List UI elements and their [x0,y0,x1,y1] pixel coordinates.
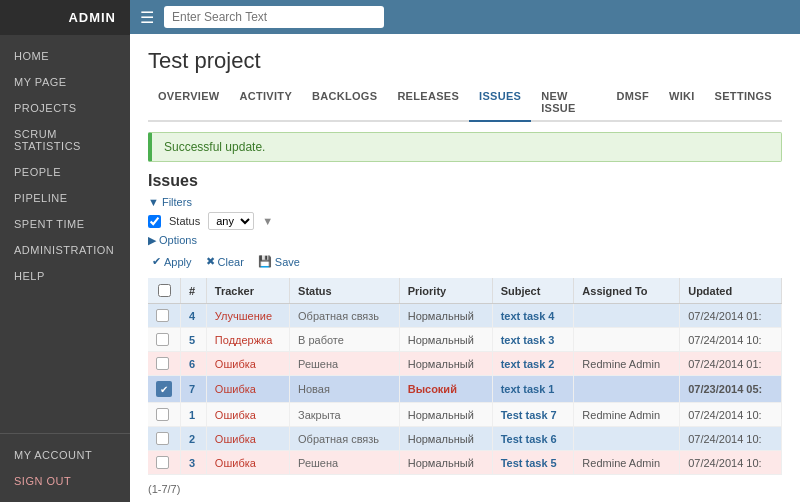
row-subject[interactable]: Test task 5 [492,451,574,475]
table-row: 1ОшибкаЗакрытаНормальныйTest task 7Redmi… [148,403,782,427]
clear-icon: ✖ [206,255,215,268]
tab-activity[interactable]: ACTIVITY [230,84,303,122]
row-status: Обратная связь [290,427,400,451]
page-title: Test project [148,48,782,74]
row-checkbox-checked[interactable]: ✔ [156,381,172,397]
table-row: 6ОшибкаРешенаНормальныйtext task 2Redmin… [148,352,782,376]
row-checkbox-unchecked[interactable] [156,432,169,445]
success-message: Successful update. [148,132,782,162]
row-tracker[interactable]: Ошибка [206,403,289,427]
issues-section-title: Issues [148,172,782,190]
col-tracker[interactable]: Tracker [206,278,289,304]
status-filter-checkbox[interactable] [148,215,161,228]
row-checkbox-cell: ✔ [148,376,181,403]
clear-button[interactable]: ✖ Clear [202,253,248,270]
row-status: Новая [290,376,400,403]
row-checkbox-unchecked[interactable] [156,333,169,346]
col-assigned[interactable]: Assigned To [574,278,680,304]
row-subject[interactable]: Test task 6 [492,427,574,451]
save-icon: 💾 [258,255,272,268]
sidebar-item-projects[interactable]: PROJECTS [0,95,130,121]
row-priority: Нормальный [399,403,492,427]
tab-issues[interactable]: ISSUES [469,84,531,122]
col-subject[interactable]: Subject [492,278,574,304]
row-checkbox-unchecked[interactable] [156,309,169,322]
row-assigned [574,328,680,352]
sidebar-item-myaccount[interactable]: MY ACCOUNT [0,442,130,468]
tabs-bar: OVERVIEW ACTIVITY BACKLOGS RELEASES ISSU… [148,84,782,122]
sidebar-item-mypage[interactable]: MY PAGE [0,69,130,95]
row-checkbox-unchecked[interactable] [156,408,169,421]
row-id[interactable]: 3 [181,451,207,475]
sidebar-item-pipeline[interactable]: PIPELINE [0,185,130,211]
row-tracker[interactable]: Ошибка [206,376,289,403]
row-id[interactable]: 5 [181,328,207,352]
row-id[interactable]: 1 [181,403,207,427]
table-row: 3ОшибкаРешенаНормальныйTest task 5Redmin… [148,451,782,475]
sidebar-item-help[interactable]: HELP [0,263,130,289]
options-toggle[interactable]: ▶ Options [148,234,782,247]
row-checkbox-cell [148,352,181,376]
tab-wiki[interactable]: WIKI [659,84,705,122]
row-status: Обратная связь [290,304,400,328]
row-updated: 07/24/2014 10: [680,328,782,352]
row-tracker[interactable]: Ошибка [206,427,289,451]
sidebar-item-scrum[interactable]: SCRUM STATISTICS [0,121,130,159]
row-subject[interactable]: Test task 7 [492,403,574,427]
select-all-checkbox[interactable] [158,284,171,297]
row-tracker[interactable]: Поддержка [206,328,289,352]
tab-releases[interactable]: RELEASES [387,84,469,122]
row-updated: 07/24/2014 10: [680,403,782,427]
col-id[interactable]: # [181,278,207,304]
menu-icon[interactable]: ☰ [140,8,154,27]
table-row: 2ОшибкаОбратная связьНормальныйTest task… [148,427,782,451]
sidebar-item-signout[interactable]: SIGN OUT [0,468,130,494]
apply-icon: ✔ [152,255,161,268]
tab-settings[interactable]: SETTINGS [705,84,782,122]
row-subject[interactable]: text task 2 [492,352,574,376]
row-subject[interactable]: text task 3 [492,328,574,352]
row-assigned: Redmine Admin [574,451,680,475]
row-tracker[interactable]: Ошибка [206,352,289,376]
row-status: Закрыта [290,403,400,427]
row-updated: 07/24/2014 10: [680,451,782,475]
row-updated: 07/24/2014 01: [680,304,782,328]
col-status[interactable]: Status [290,278,400,304]
tab-new-issue[interactable]: NEW ISSUE [531,84,606,122]
pagination-info: (1-7/7) [148,483,782,495]
row-id[interactable]: 6 [181,352,207,376]
issues-actions: ✔ Apply ✖ Clear 💾 Save [148,253,782,270]
row-checkbox-unchecked[interactable] [156,357,169,370]
row-id[interactable]: 7 [181,376,207,403]
row-assigned [574,304,680,328]
sidebar-item-administration[interactable]: ADMINISTRATION [0,237,130,263]
sidebar-bottom: MY ACCOUNT SIGN OUT [0,433,130,502]
col-updated[interactable]: Updated [680,278,782,304]
sidebar-item-spenttime[interactable]: SPENT TIME [0,211,130,237]
row-assigned: Redmine Admin [574,352,680,376]
status-filter-select[interactable]: any [208,212,254,230]
row-updated: 07/24/2014 10: [680,427,782,451]
tab-dmsf[interactable]: DMSF [607,84,659,122]
row-priority: Нормальный [399,304,492,328]
row-id[interactable]: 2 [181,427,207,451]
filters-section: ▼ Filters Status any ▼ ▶ Options [148,196,782,247]
sidebar-item-people[interactable]: PEOPLE [0,159,130,185]
sidebar-item-home[interactable]: HOME [0,43,130,69]
col-priority[interactable]: Priority [399,278,492,304]
row-updated: 07/23/2014 05: [680,376,782,403]
tab-overview[interactable]: OVERVIEW [148,84,230,122]
row-tracker[interactable]: Ошибка [206,451,289,475]
issues-table: # Tracker Status Priority Subject Assign… [148,278,782,475]
apply-button[interactable]: ✔ Apply [148,253,196,270]
row-subject[interactable]: text task 1 [492,376,574,403]
save-button[interactable]: 💾 Save [254,253,304,270]
row-subject[interactable]: text task 4 [492,304,574,328]
search-input[interactable] [164,6,384,28]
row-checkbox-unchecked[interactable] [156,456,169,469]
row-id[interactable]: 4 [181,304,207,328]
page-content: Test project OVERVIEW ACTIVITY BACKLOGS … [130,34,800,502]
filters-toggle[interactable]: ▼ Filters [148,196,782,208]
row-tracker[interactable]: Улучшение [206,304,289,328]
tab-backlogs[interactable]: BACKLOGS [302,84,387,122]
